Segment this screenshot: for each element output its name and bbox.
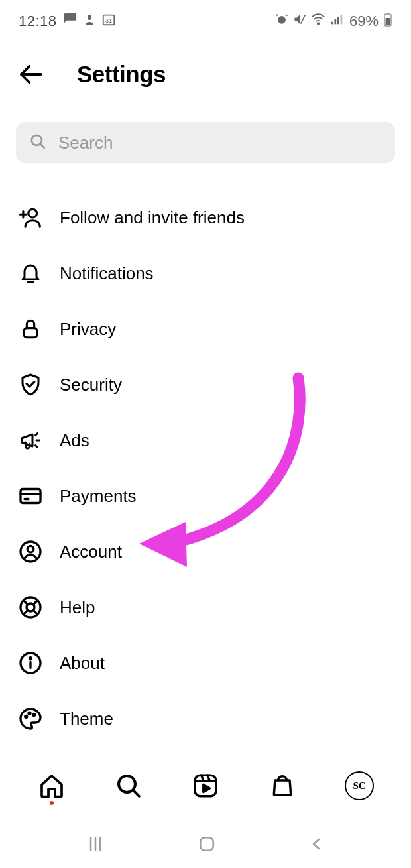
search-icon — [115, 773, 142, 799]
add-user-icon — [17, 204, 44, 231]
menu-item-follow-invite[interactable]: Follow and invite friends — [17, 190, 394, 245]
menu-item-account[interactable]: Account — [17, 524, 394, 580]
alarm-icon — [275, 13, 288, 30]
svg-line-22 — [36, 446, 38, 448]
menu-label: Ads — [60, 430, 89, 451]
menu-item-privacy[interactable]: Privacy — [17, 301, 394, 357]
home-icon — [38, 773, 65, 799]
svg-point-15 — [29, 209, 37, 217]
bell-icon — [17, 260, 44, 286]
header: Settings — [0, 40, 411, 109]
svg-line-14 — [40, 144, 44, 147]
search-icon — [29, 133, 46, 153]
message-icon — [63, 12, 78, 31]
arrow-left-icon — [17, 60, 44, 88]
nav-shop[interactable] — [266, 769, 299, 802]
svg-point-4 — [318, 23, 319, 24]
sys-back[interactable] — [309, 836, 325, 855]
svg-rect-11 — [386, 18, 390, 25]
svg-line-33 — [24, 611, 28, 615]
search-box[interactable] — [16, 122, 395, 163]
status-left: 12:18 31 — [19, 12, 116, 31]
svg-rect-50 — [200, 837, 213, 851]
menu-label: Payments — [60, 486, 137, 507]
user-circle-icon — [17, 538, 44, 565]
sys-home[interactable] — [198, 836, 215, 855]
svg-point-38 — [29, 712, 30, 714]
search-input[interactable] — [58, 133, 382, 153]
svg-point-2 — [278, 16, 286, 24]
shield-check-icon — [17, 371, 44, 398]
status-time: 12:18 — [19, 13, 57, 30]
page-title: Settings — [77, 61, 166, 88]
menu-label: Follow and invite friends — [60, 208, 245, 228]
shop-icon — [270, 773, 295, 798]
menu-label: About — [60, 653, 105, 674]
svg-line-41 — [133, 790, 139, 796]
status-bar: 12:18 31 69% — [0, 0, 411, 40]
avatar-icon: SC — [345, 771, 374, 800]
svg-rect-10 — [386, 13, 389, 14]
svg-rect-6 — [334, 19, 336, 24]
menu-label: Privacy — [60, 319, 116, 340]
wifi-icon — [311, 12, 325, 31]
menu-item-help[interactable]: Help — [17, 580, 394, 635]
reels-icon — [193, 773, 218, 798]
menu-label: Help — [60, 597, 95, 618]
card-icon — [17, 483, 44, 509]
menu-item-theme[interactable]: Theme — [17, 691, 394, 747]
lifebuoy-icon — [17, 594, 44, 621]
calendar-icon: 31 — [101, 12, 116, 31]
svg-rect-7 — [337, 17, 339, 24]
menu-label: Notifications — [60, 263, 154, 284]
battery-percent: 69% — [349, 13, 379, 30]
menu-item-notifications[interactable]: Notifications — [17, 245, 394, 301]
svg-point-39 — [33, 714, 35, 716]
nav-home[interactable] — [35, 769, 68, 802]
megaphone-icon — [17, 427, 44, 454]
nav-reels[interactable] — [189, 769, 222, 802]
svg-line-32 — [34, 601, 38, 605]
status-right: 69% — [275, 12, 392, 31]
signal-icon — [330, 12, 345, 31]
battery-icon — [383, 12, 392, 31]
svg-rect-23 — [21, 489, 40, 503]
sys-recent[interactable] — [86, 835, 105, 856]
mute-icon — [293, 13, 306, 30]
menu-label: Security — [60, 375, 122, 395]
menu-item-about[interactable]: About — [17, 635, 394, 691]
nav-profile[interactable]: SC — [343, 769, 376, 802]
menu-label: Theme — [60, 709, 113, 729]
lock-icon — [17, 316, 44, 342]
menu-item-ads[interactable]: Ads — [17, 412, 394, 468]
menu-label: Account — [60, 542, 122, 562]
notification-dot — [50, 801, 54, 805]
svg-rect-5 — [331, 22, 333, 25]
download-icon — [84, 13, 95, 30]
back-button[interactable] — [16, 60, 45, 89]
nav-search[interactable] — [112, 769, 145, 802]
svg-rect-8 — [341, 15, 343, 25]
svg-point-36 — [30, 658, 32, 660]
svg-line-31 — [34, 611, 38, 615]
settings-list: Follow and invite friends Notifications … — [0, 170, 411, 747]
avatar-initials: SC — [353, 780, 365, 792]
svg-rect-19 — [24, 328, 37, 338]
info-icon — [17, 650, 44, 676]
svg-line-30 — [24, 601, 28, 605]
menu-item-payments[interactable]: Payments — [17, 468, 394, 524]
palette-icon — [17, 706, 44, 732]
svg-text:31: 31 — [105, 17, 111, 24]
svg-line-20 — [36, 434, 38, 436]
menu-item-security[interactable]: Security — [17, 357, 394, 412]
svg-point-27 — [27, 546, 34, 552]
svg-point-37 — [25, 716, 27, 718]
bottom-nav: SC — [0, 759, 411, 812]
svg-marker-46 — [204, 784, 210, 792]
svg-line-3 — [301, 15, 306, 23]
system-nav — [0, 829, 411, 862]
